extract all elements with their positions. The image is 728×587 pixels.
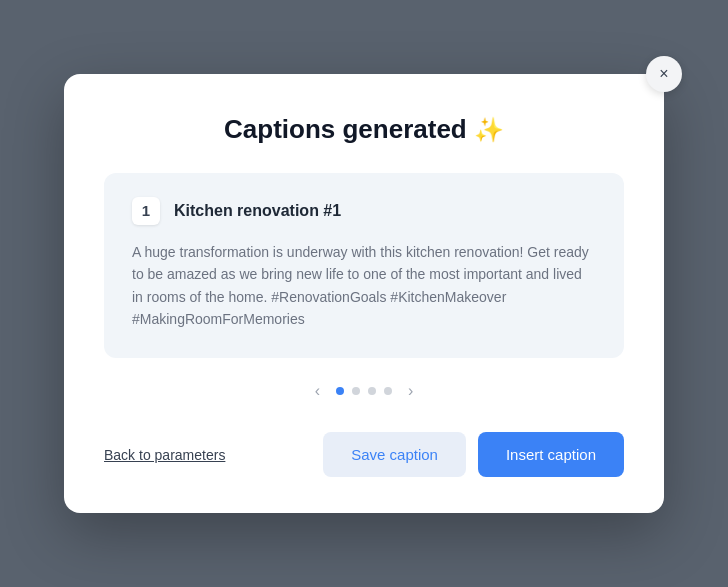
save-caption-button[interactable]: Save caption [323, 432, 466, 477]
caption-card: 1 Kitchen renovation #1 A huge transform… [104, 173, 624, 359]
caption-number: 1 [132, 197, 160, 225]
dot-2[interactable] [352, 387, 360, 395]
back-to-parameters-link[interactable]: Back to parameters [104, 447, 225, 463]
modal-title: Captions generated ✨ [104, 114, 624, 145]
dot-3[interactable] [368, 387, 376, 395]
sparkle-icon: ✨ [474, 116, 504, 143]
caption-body: A huge transformation is underway with t… [132, 241, 596, 331]
dot-4[interactable] [384, 387, 392, 395]
modal-footer: Back to parameters Save caption Insert c… [104, 432, 624, 477]
modal-dialog: × Captions generated ✨ 1 Kitchen renovat… [64, 74, 664, 514]
footer-buttons: Save caption Insert caption [323, 432, 624, 477]
prev-arrow-icon: ‹ [315, 382, 320, 400]
close-button[interactable]: × [646, 56, 682, 92]
close-icon: × [659, 65, 668, 83]
next-arrow-icon: › [408, 382, 413, 400]
next-arrow[interactable]: › [400, 378, 421, 404]
caption-title: Kitchen renovation #1 [174, 202, 341, 220]
pagination: ‹ › [104, 378, 624, 404]
prev-arrow[interactable]: ‹ [307, 378, 328, 404]
insert-caption-button[interactable]: Insert caption [478, 432, 624, 477]
caption-header: 1 Kitchen renovation #1 [132, 197, 596, 225]
dot-1[interactable] [336, 387, 344, 395]
